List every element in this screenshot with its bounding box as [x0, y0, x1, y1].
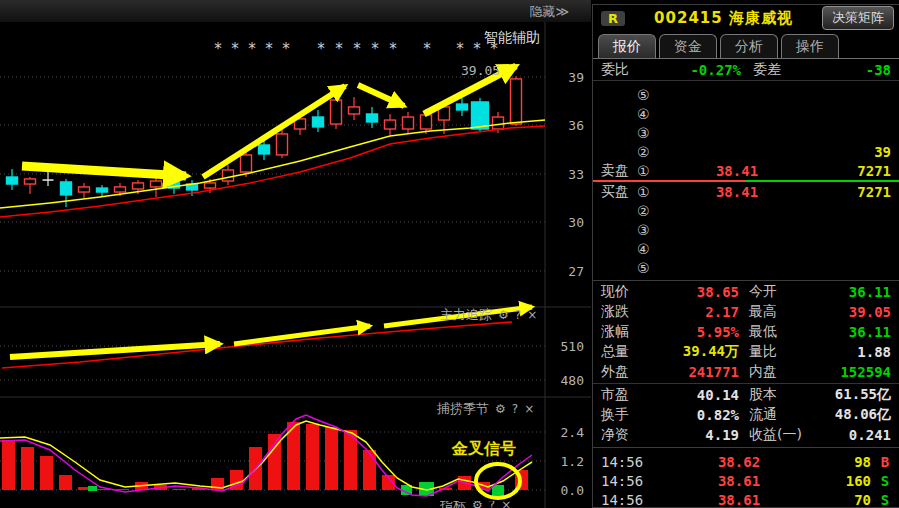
ask-volume: 7271 — [815, 163, 891, 179]
trade-volume: 70 — [815, 492, 871, 508]
trend-arrow — [358, 85, 404, 106]
histogram-bar-green — [88, 486, 97, 491]
level-badge: ④ — [637, 241, 659, 257]
stat-value: 2.17 — [649, 304, 739, 320]
stats-row: 市盈 40.14 股本 61.55亿 — [593, 385, 899, 405]
stat-label: 换手 — [601, 406, 649, 424]
stat-label: 股本 — [749, 386, 809, 404]
trade-price: 38.61 — [663, 492, 815, 508]
candle-body — [259, 145, 270, 154]
histogram-bar-green — [492, 485, 504, 496]
bid-row-5[interactable]: ⑤ — [593, 258, 899, 277]
histogram-bar-red — [2, 440, 15, 490]
candle-body — [115, 187, 126, 192]
bid-row-3[interactable]: ③ — [593, 220, 899, 239]
trade-row[interactable]: 14:56 38.62 98 B — [593, 452, 899, 471]
candle-body — [97, 188, 108, 192]
candle-body — [511, 79, 522, 124]
ask-row-1[interactable]: 卖盘 ① 38.41 7271 — [593, 161, 899, 180]
candle-body — [205, 183, 216, 188]
level-badge: ③ — [637, 125, 659, 141]
histogram-bar-red — [306, 424, 319, 490]
candle-body — [61, 182, 72, 195]
stat-value: 39.05 — [809, 304, 891, 320]
level-badge: ④ — [637, 106, 659, 122]
stat-value: 241771 — [649, 364, 739, 380]
close-icon[interactable]: × — [524, 402, 534, 416]
trade-direction: S — [871, 492, 899, 508]
stats-row: 净资 4.19 收益(一) 0.241 — [593, 425, 899, 445]
level-badge: ③ — [637, 222, 659, 238]
asterisk-marker: * — [370, 40, 379, 58]
stat-label: 最高 — [749, 303, 809, 321]
day-high-annotation: 39.05 — [461, 64, 500, 78]
trade-row[interactable]: 14:56 38.61 160 S — [593, 471, 899, 490]
candle-body — [241, 155, 252, 172]
mid-axis-tick: 510 — [550, 339, 584, 354]
ask-row-5[interactable]: ⑤ — [593, 85, 899, 104]
trade-time: 14:56 — [601, 454, 663, 470]
tab-analysis[interactable]: 分析 — [720, 34, 778, 58]
stat-label: 涨幅 — [601, 323, 649, 341]
ask-row-4[interactable]: ④ — [593, 104, 899, 123]
candle-body — [472, 102, 489, 129]
clipped-pane-title: 指标 — [440, 501, 466, 508]
candle-body — [403, 117, 414, 129]
stat-value: 40.14 — [649, 387, 739, 403]
gear-icon[interactable]: ⚙ — [472, 501, 483, 508]
stat-label: 涨跌 — [601, 303, 649, 321]
stats-divider — [593, 383, 899, 384]
candle-body — [421, 115, 432, 129]
stat-label: 收益(一) — [749, 426, 809, 444]
ask-volume: 39 — [815, 144, 891, 160]
help-icon[interactable]: ? — [512, 402, 518, 416]
help-icon[interactable]: ? — [515, 308, 521, 322]
bid-row-4[interactable]: ④ — [593, 239, 899, 258]
stats-row: 换手 0.82% 流通 48.06亿 — [593, 405, 899, 425]
close-icon[interactable]: × — [527, 308, 537, 322]
level-badge: ② — [637, 144, 659, 160]
tab-funds[interactable]: 资金 — [659, 34, 717, 58]
gear-icon[interactable]: ⚙ — [498, 308, 509, 322]
order-book: ⑤ ④ ③ ② 39 卖盘 — [593, 81, 899, 277]
trade-direction: S — [871, 473, 899, 489]
stat-label: 市盈 — [601, 386, 649, 404]
ask-row-2[interactable]: ② 39 — [593, 142, 899, 161]
trade-time: 14:56 — [601, 473, 663, 489]
trade-volume: 160 — [815, 473, 871, 489]
bottom-pane-header: 捕捞季节 ⚙ ? × — [437, 402, 534, 416]
kline-chart[interactable]: ************** — [0, 0, 591, 508]
gear-icon[interactable]: ⚙ — [495, 402, 506, 416]
ask-row-3[interactable]: ③ — [593, 123, 899, 142]
weibi-value: -0.27% — [641, 62, 741, 78]
histogram-bar-red — [173, 489, 186, 490]
stat-value: 5.95% — [649, 324, 739, 340]
trading-app-window: 隐藏≫ ************** 智能辅助 39.05 主力追踪 ⚙ ? ×… — [0, 0, 899, 508]
asterisk-marker: * — [422, 40, 431, 58]
histogram-bar-red — [59, 475, 72, 490]
bottom-pane-title: 捕捞季节 — [437, 402, 489, 416]
asterisk-marker: * — [455, 40, 464, 58]
weicha-label: 委差 — [753, 61, 797, 79]
asterisk-marker: * — [230, 40, 239, 58]
bottom-axis-tick: 1.2 — [550, 454, 584, 469]
bid-row-2[interactable]: ② — [593, 201, 899, 220]
candle-body — [385, 120, 396, 129]
stat-label: 现价 — [601, 283, 649, 301]
tab-operate[interactable]: 操作 — [781, 34, 839, 58]
trade-row[interactable]: 14:56 38.61 70 S — [593, 490, 899, 508]
help-icon[interactable]: ? — [489, 501, 495, 508]
trend-arrow — [22, 166, 186, 176]
candle-body — [223, 170, 234, 181]
stats-row: 涨跌 2.17 最高 39.05 — [593, 302, 899, 322]
decision-matrix-button[interactable]: 决策矩阵 — [822, 6, 894, 30]
stat-label: 最低 — [749, 323, 809, 341]
tab-quote[interactable]: 报价 — [598, 34, 656, 58]
candle-body — [349, 107, 360, 114]
asterisk-marker: * — [316, 40, 325, 58]
close-icon[interactable]: × — [501, 501, 511, 508]
stat-value: 0.82% — [649, 407, 739, 423]
clipped-pane-header: 指标 ⚙ ? × — [440, 501, 511, 508]
bid-row-1[interactable]: 买盘 ① 38.41 7271 — [593, 182, 899, 201]
stat-value: 61.55亿 — [809, 386, 891, 404]
